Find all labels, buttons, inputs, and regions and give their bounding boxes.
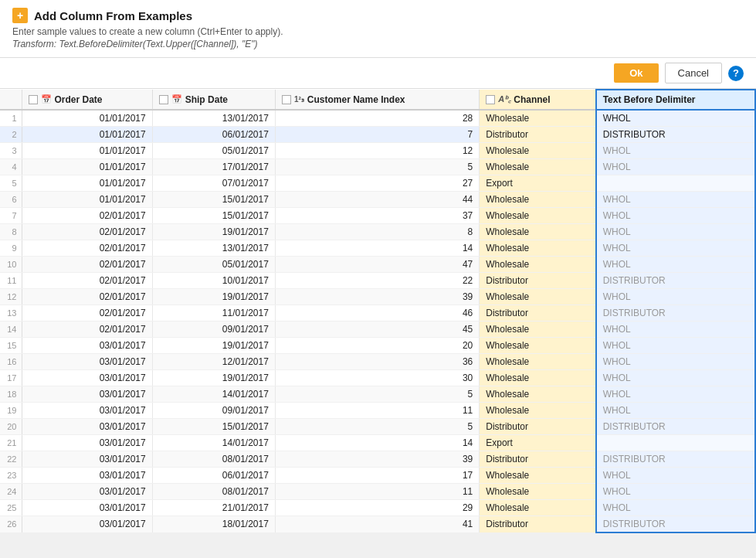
ok-button[interactable]: Ok <box>614 63 658 83</box>
table-row[interactable]: 2403/01/201708/01/201711WholesaleWHOL <box>0 484 755 500</box>
cell-channel: Distributor <box>480 305 596 322</box>
cell-ship-date: 12/01/2017 <box>152 354 275 370</box>
cell-order-date: 02/01/2017 <box>22 289 152 305</box>
cell-order-date: 02/01/2017 <box>22 224 152 240</box>
cell-text-before-delimiter <box>596 435 755 451</box>
cell-customer-name-index: 36 <box>275 354 479 370</box>
cell-customer-name-index: 44 <box>275 192 479 208</box>
row-number: 2 <box>0 127 22 143</box>
cell-text-before-delimiter: WHOL <box>596 208 755 224</box>
toolbar: Ok Cancel ? <box>0 58 756 89</box>
row-number: 8 <box>0 224 22 240</box>
cell-order-date: 03/01/2017 <box>22 370 152 386</box>
cell-channel: Distributor <box>480 273 596 289</box>
cell-ship-date: 19/01/2017 <box>152 338 275 354</box>
cell-order-date: 03/01/2017 <box>22 451 152 468</box>
cell-ship-date: 11/01/2017 <box>152 305 275 322</box>
table-row[interactable]: 802/01/201719/01/20178WholesaleWHOL <box>0 224 755 240</box>
table-row[interactable]: 1603/01/201712/01/201736WholesaleWHOL <box>0 354 755 370</box>
row-number: 14 <box>0 322 22 338</box>
table-row[interactable]: 1002/01/201705/01/201747WholesaleWHOL <box>0 257 755 273</box>
cell-ship-date: 08/01/2017 <box>152 451 275 468</box>
table-row[interactable]: 1102/01/201710/01/201722DistributorDISTR… <box>0 273 755 289</box>
cell-text-before-delimiter: DISTRIBUTOR <box>596 305 755 322</box>
table-header-row: 📅 Order Date 📅 Ship Date 1²₃ Cus <box>0 90 755 110</box>
col-label-text-before-delimiter: Text Before Delimiter <box>603 94 696 105</box>
cell-channel: Wholesale <box>480 143 596 159</box>
cell-channel: Wholesale <box>480 208 596 224</box>
table-row[interactable]: 1402/01/201709/01/201745WholesaleWHOL <box>0 322 755 338</box>
table-row[interactable]: 601/01/201715/01/201744WholesaleWHOL <box>0 192 755 208</box>
cell-text-before-delimiter: DISTRIBUTOR <box>596 516 755 533</box>
cell-text-before-delimiter: WHOL <box>596 159 755 175</box>
cancel-button[interactable]: Cancel <box>665 63 722 83</box>
cell-ship-date: 07/01/2017 <box>152 175 275 192</box>
cell-customer-name-index: 8 <box>275 224 479 240</box>
table-row[interactable]: 1703/01/201719/01/201730WholesaleWHOL <box>0 370 755 386</box>
row-number: 13 <box>0 305 22 322</box>
col-checkbox-cni[interactable] <box>282 95 291 104</box>
row-number: 16 <box>0 354 22 370</box>
cell-channel: Distributor <box>480 451 596 468</box>
table-row[interactable]: 702/01/201715/01/201737WholesaleWHOL <box>0 208 755 224</box>
table-row[interactable]: 2103/01/201714/01/201714Export <box>0 435 755 451</box>
cell-customer-name-index: 11 <box>275 484 479 500</box>
col-checkbox-channel[interactable] <box>486 95 495 104</box>
col-header-text-before-delimiter: Text Before Delimiter <box>596 90 755 110</box>
col-label-ship-date: Ship Date <box>185 94 228 105</box>
cell-order-date: 02/01/2017 <box>22 273 152 289</box>
cell-text-before-delimiter <box>596 175 755 192</box>
cell-order-date: 03/01/2017 <box>22 386 152 403</box>
table-row[interactable]: 2303/01/201706/01/201717WholesaleWHOL <box>0 468 755 484</box>
cell-order-date: 03/01/2017 <box>22 500 152 516</box>
cell-channel: Wholesale <box>480 500 596 516</box>
table-row[interactable]: 401/01/201717/01/20175WholesaleWHOL <box>0 159 755 175</box>
cell-channel: Export <box>480 175 596 192</box>
cell-order-date: 02/01/2017 <box>22 322 152 338</box>
cell-customer-name-index: 39 <box>275 451 479 468</box>
table-row[interactable]: 2603/01/201718/01/201741DistributorDISTR… <box>0 516 755 533</box>
table-row[interactable]: 2503/01/201721/01/201729WholesaleWHOL <box>0 500 755 516</box>
cell-ship-date: 15/01/2017 <box>152 208 275 224</box>
cell-order-date: 01/01/2017 <box>22 175 152 192</box>
table-row[interactable]: 201/01/201706/01/20177DistributorDISTRIB… <box>0 127 755 143</box>
cell-channel: Distributor <box>480 419 596 435</box>
cell-channel: Wholesale <box>480 224 596 240</box>
cell-channel: Wholesale <box>480 484 596 500</box>
table-row[interactable]: 1302/01/201711/01/201746DistributorDISTR… <box>0 305 755 322</box>
cell-customer-name-index: 45 <box>275 322 479 338</box>
cell-ship-date: 05/01/2017 <box>152 257 275 273</box>
table-row[interactable]: 902/01/201713/01/201714WholesaleWHOL <box>0 240 755 257</box>
cell-channel: Distributor <box>480 127 596 143</box>
table-row[interactable]: 2203/01/201708/01/201739DistributorDISTR… <box>0 451 755 468</box>
cell-ship-date: 10/01/2017 <box>152 273 275 289</box>
cell-channel: Distributor <box>480 516 596 533</box>
help-icon[interactable]: ? <box>728 66 744 81</box>
cell-customer-name-index: 12 <box>275 143 479 159</box>
table-row[interactable]: 1803/01/201714/01/20175WholesaleWHOL <box>0 386 755 403</box>
col-header-ship-date: 📅 Ship Date <box>152 90 275 110</box>
table-row[interactable]: 1202/01/201719/01/201739WholesaleWHOL <box>0 289 755 305</box>
table-row[interactable]: 2003/01/201715/01/20175DistributorDISTRI… <box>0 419 755 435</box>
table-row[interactable]: 101/01/201713/01/201728WholesaleWHOL <box>0 110 755 127</box>
cell-customer-name-index: 22 <box>275 273 479 289</box>
row-number: 18 <box>0 386 22 403</box>
dialog-title: Add Column From Examples <box>34 9 192 22</box>
cell-text-before-delimiter: WHOL <box>596 322 755 338</box>
cell-customer-name-index: 37 <box>275 208 479 224</box>
cell-ship-date: 13/01/2017 <box>152 240 275 257</box>
cell-customer-name-index: 30 <box>275 370 479 386</box>
row-number: 3 <box>0 143 22 159</box>
table-row[interactable]: 1903/01/201709/01/201711WholesaleWHOL <box>0 403 755 419</box>
cell-order-date: 02/01/2017 <box>22 257 152 273</box>
col-checkbox-order-date[interactable] <box>29 95 38 104</box>
cell-order-date: 03/01/2017 <box>22 419 152 435</box>
cell-customer-name-index: 28 <box>275 110 479 127</box>
table-row[interactable]: 501/01/201707/01/201727Export <box>0 175 755 192</box>
cell-channel: Wholesale <box>480 322 596 338</box>
col-checkbox-ship-date[interactable] <box>159 95 168 104</box>
cell-channel: Wholesale <box>480 240 596 257</box>
table-row[interactable]: 1503/01/201719/01/201720WholesaleWHOL <box>0 338 755 354</box>
cell-customer-name-index: 47 <box>275 257 479 273</box>
table-row[interactable]: 301/01/201705/01/201712WholesaleWHOL <box>0 143 755 159</box>
